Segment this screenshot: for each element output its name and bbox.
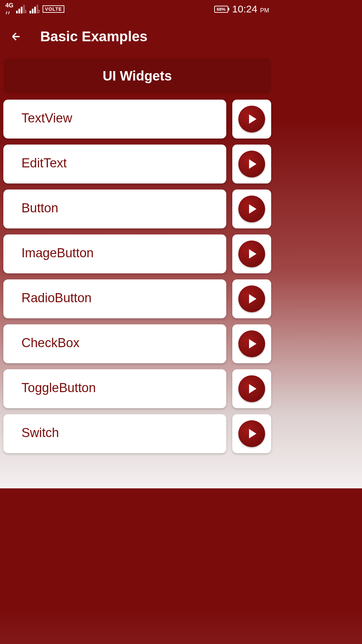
list-item-checkbox[interactable]: CheckBox bbox=[3, 324, 226, 363]
list-item-edittext[interactable]: EditText bbox=[3, 145, 226, 183]
status-bar: 4G 1 2 VOLTE 68% 10:24 PM bbox=[0, 0, 275, 18]
list-item-button[interactable]: Button bbox=[3, 190, 226, 228]
play-icon bbox=[238, 240, 265, 267]
list-item-radiobutton[interactable]: RadioButton bbox=[3, 279, 226, 318]
play-icon bbox=[238, 151, 265, 177]
status-time: 10:24 PM bbox=[232, 3, 269, 15]
back-button[interactable] bbox=[8, 29, 24, 45]
section-header: UI Widgets bbox=[3, 58, 271, 94]
back-arrow-icon bbox=[10, 31, 22, 43]
page-title: Basic Examples bbox=[40, 29, 147, 45]
play-icon bbox=[238, 285, 265, 312]
network-type-icon: 4G bbox=[5, 2, 13, 16]
list-item-textview[interactable]: TextView bbox=[3, 100, 226, 139]
play-button-switch[interactable] bbox=[232, 414, 271, 453]
play-button-togglebutton[interactable] bbox=[232, 369, 271, 408]
play-icon bbox=[238, 106, 265, 132]
play-icon bbox=[238, 375, 265, 402]
volte-badge: VOLTE bbox=[43, 5, 64, 13]
play-button-checkbox[interactable] bbox=[232, 324, 271, 363]
list-item-switch[interactable]: Switch bbox=[3, 414, 226, 453]
play-icon bbox=[238, 420, 265, 447]
play-button-button[interactable] bbox=[232, 190, 271, 228]
play-icon bbox=[238, 196, 265, 222]
app-bar: Basic Examples bbox=[0, 18, 275, 55]
play-button-textview[interactable] bbox=[232, 100, 271, 139]
list-item-imagebutton[interactable]: ImageButton bbox=[3, 234, 226, 273]
list-item-togglebutton[interactable]: ToggleButton bbox=[3, 369, 226, 408]
play-button-edittext[interactable] bbox=[232, 145, 271, 183]
signal-1-icon: 1 bbox=[16, 5, 27, 13]
play-button-radiobutton[interactable] bbox=[232, 279, 271, 318]
play-button-imagebutton[interactable] bbox=[232, 234, 271, 273]
play-icon bbox=[238, 330, 265, 357]
signal-2-icon: 2 bbox=[29, 5, 40, 13]
battery-icon: 68% bbox=[214, 6, 228, 13]
